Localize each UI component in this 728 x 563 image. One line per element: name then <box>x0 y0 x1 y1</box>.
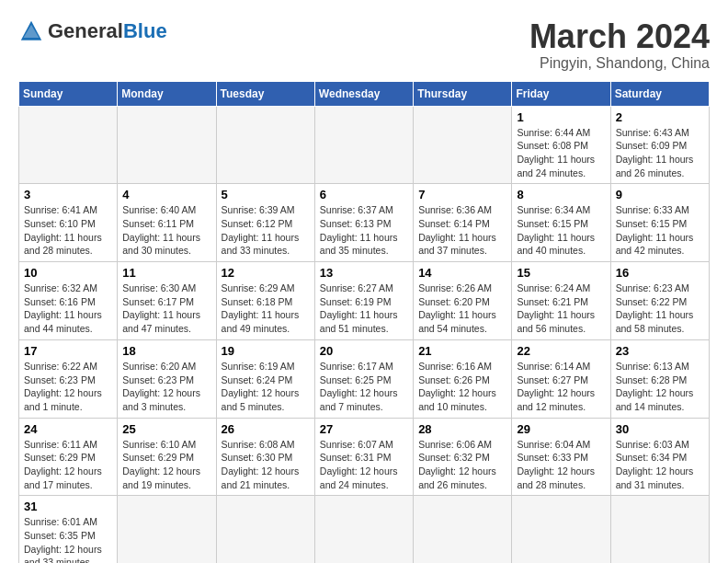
calendar-cell: 20 Sunrise: 6:17 AMSunset: 6:25 PMDaylig… <box>314 339 413 418</box>
calendar-cell <box>314 496 413 563</box>
calendar-cell: 16 Sunrise: 6:23 AMSunset: 6:22 PMDaylig… <box>610 262 709 340</box>
day-number: 23 <box>616 344 704 358</box>
calendar-cell: 24 Sunrise: 6:11 AMSunset: 6:29 PMDaylig… <box>19 418 118 496</box>
day-number: 2 <box>616 110 704 124</box>
day-info: Sunrise: 6:16 AMSunset: 6:26 PMDaylight:… <box>418 360 506 414</box>
calendar-header-row: Sunday Monday Tuesday Wednesday Thursday… <box>19 81 710 106</box>
day-number: 25 <box>122 422 210 436</box>
day-number: 13 <box>320 266 408 280</box>
day-info: Sunrise: 6:24 AMSunset: 6:21 PMDaylight:… <box>517 282 605 336</box>
calendar-cell: 23 Sunrise: 6:13 AMSunset: 6:28 PMDaylig… <box>610 339 709 418</box>
day-info: Sunrise: 6:14 AMSunset: 6:27 PMDaylight:… <box>517 360 605 414</box>
day-info: Sunrise: 6:08 AMSunset: 6:30 PMDaylight:… <box>222 438 310 492</box>
day-number: 24 <box>24 422 112 436</box>
day-info: Sunrise: 6:01 AMSunset: 6:35 PMDaylight:… <box>24 515 112 563</box>
day-number: 9 <box>616 188 704 201</box>
calendar-cell: 7 Sunrise: 6:36 AMSunset: 6:14 PMDayligh… <box>414 184 512 262</box>
day-info: Sunrise: 6:03 AMSunset: 6:34 PMDaylight:… <box>616 438 704 492</box>
day-number: 30 <box>616 422 704 436</box>
day-number: 5 <box>222 188 310 201</box>
day-number: 4 <box>122 188 210 201</box>
day-info: Sunrise: 6:11 AMSunset: 6:29 PMDaylight:… <box>24 438 112 492</box>
day-info: Sunrise: 6:36 AMSunset: 6:14 PMDaylight:… <box>418 203 506 258</box>
header-tuesday: Tuesday <box>216 81 314 106</box>
day-number: 27 <box>320 422 408 436</box>
day-info: Sunrise: 6:17 AMSunset: 6:25 PMDaylight:… <box>320 360 408 414</box>
day-info: Sunrise: 6:26 AMSunset: 6:20 PMDaylight:… <box>418 282 506 336</box>
day-number: 17 <box>24 344 112 358</box>
logo-text: GeneralBlue <box>48 21 167 41</box>
day-number: 22 <box>517 344 605 358</box>
calendar-cell: 17 Sunrise: 6:22 AMSunset: 6:23 PMDaylig… <box>19 339 118 418</box>
day-info: Sunrise: 6:32 AMSunset: 6:16 PMDaylight:… <box>24 282 112 336</box>
month-title: March 2024 <box>529 18 710 55</box>
day-info: Sunrise: 6:30 AMSunset: 6:17 PMDaylight:… <box>122 282 210 336</box>
day-number: 28 <box>418 422 506 436</box>
header-thursday: Thursday <box>414 81 512 106</box>
calendar-cell: 15 Sunrise: 6:24 AMSunset: 6:21 PMDaylig… <box>512 262 610 340</box>
day-number: 6 <box>320 188 408 201</box>
header-saturday: Saturday <box>610 81 709 106</box>
header-wednesday: Wednesday <box>314 81 413 106</box>
day-number: 3 <box>24 188 112 201</box>
day-number: 14 <box>418 266 506 280</box>
calendar-cell: 25 Sunrise: 6:10 AMSunset: 6:29 PMDaylig… <box>118 418 216 496</box>
calendar-cell: 27 Sunrise: 6:07 AMSunset: 6:31 PMDaylig… <box>314 418 413 496</box>
day-info: Sunrise: 6:44 AMSunset: 6:08 PMDaylight:… <box>517 126 605 180</box>
calendar-cell: 30 Sunrise: 6:03 AMSunset: 6:34 PMDaylig… <box>610 418 709 496</box>
calendar-cell: 14 Sunrise: 6:26 AMSunset: 6:20 PMDaylig… <box>414 262 512 340</box>
title-section: March 2024 Pingyin, Shandong, China <box>529 18 710 72</box>
day-info: Sunrise: 6:22 AMSunset: 6:23 PMDaylight:… <box>24 360 112 414</box>
calendar-cell <box>314 106 413 184</box>
calendar-cell <box>414 106 512 184</box>
logo-icon <box>18 18 44 44</box>
day-info: Sunrise: 6:04 AMSunset: 6:33 PMDaylight:… <box>517 438 605 492</box>
day-info: Sunrise: 6:41 AMSunset: 6:10 PMDaylight:… <box>24 203 112 258</box>
calendar-cell <box>512 496 610 563</box>
calendar-cell <box>216 496 314 563</box>
day-info: Sunrise: 6:27 AMSunset: 6:19 PMDaylight:… <box>320 282 408 336</box>
calendar-cell <box>118 106 216 184</box>
day-info: Sunrise: 6:34 AMSunset: 6:15 PMDaylight:… <box>517 203 605 258</box>
header-monday: Monday <box>118 81 216 106</box>
day-info: Sunrise: 6:20 AMSunset: 6:23 PMDaylight:… <box>122 360 210 414</box>
calendar-cell: 19 Sunrise: 6:19 AMSunset: 6:24 PMDaylig… <box>216 339 314 418</box>
header-sunday: Sunday <box>19 81 118 106</box>
day-info: Sunrise: 6:10 AMSunset: 6:29 PMDaylight:… <box>122 438 210 492</box>
header-friday: Friday <box>512 81 610 106</box>
day-number: 12 <box>222 266 310 280</box>
day-info: Sunrise: 6:40 AMSunset: 6:11 PMDaylight:… <box>122 203 210 258</box>
day-number: 19 <box>222 344 310 358</box>
calendar-cell: 28 Sunrise: 6:06 AMSunset: 6:32 PMDaylig… <box>414 418 512 496</box>
day-number: 20 <box>320 344 408 358</box>
calendar-cell: 11 Sunrise: 6:30 AMSunset: 6:17 PMDaylig… <box>118 262 216 340</box>
calendar-cell: 2 Sunrise: 6:43 AMSunset: 6:09 PMDayligh… <box>610 106 709 184</box>
location-subtitle: Pingyin, Shandong, China <box>529 55 710 72</box>
day-info: Sunrise: 6:07 AMSunset: 6:31 PMDaylight:… <box>320 438 408 492</box>
day-number: 18 <box>122 344 210 358</box>
calendar-cell: 18 Sunrise: 6:20 AMSunset: 6:23 PMDaylig… <box>118 339 216 418</box>
day-info: Sunrise: 6:29 AMSunset: 6:18 PMDaylight:… <box>222 282 310 336</box>
day-number: 16 <box>616 266 704 280</box>
day-info: Sunrise: 6:19 AMSunset: 6:24 PMDaylight:… <box>222 360 310 414</box>
day-number: 31 <box>24 500 112 513</box>
page-header: GeneralBlue March 2024 Pingyin, Shandong… <box>18 18 710 72</box>
calendar-cell: 1 Sunrise: 6:44 AMSunset: 6:08 PMDayligh… <box>512 106 610 184</box>
calendar-cell <box>19 106 118 184</box>
calendar-cell: 22 Sunrise: 6:14 AMSunset: 6:27 PMDaylig… <box>512 339 610 418</box>
day-number: 11 <box>122 266 210 280</box>
calendar-cell <box>610 496 709 563</box>
calendar-cell: 6 Sunrise: 6:37 AMSunset: 6:13 PMDayligh… <box>314 184 413 262</box>
calendar-cell: 21 Sunrise: 6:16 AMSunset: 6:26 PMDaylig… <box>414 339 512 418</box>
calendar-cell: 31 Sunrise: 6:01 AMSunset: 6:35 PMDaylig… <box>19 496 118 563</box>
calendar-cell: 4 Sunrise: 6:40 AMSunset: 6:11 PMDayligh… <box>118 184 216 262</box>
calendar-cell: 9 Sunrise: 6:33 AMSunset: 6:15 PMDayligh… <box>610 184 709 262</box>
calendar-cell: 10 Sunrise: 6:32 AMSunset: 6:16 PMDaylig… <box>19 262 118 340</box>
day-info: Sunrise: 6:13 AMSunset: 6:28 PMDaylight:… <box>616 360 704 414</box>
day-number: 8 <box>517 188 605 201</box>
calendar-cell: 13 Sunrise: 6:27 AMSunset: 6:19 PMDaylig… <box>314 262 413 340</box>
day-number: 29 <box>517 422 605 436</box>
calendar-cell: 5 Sunrise: 6:39 AMSunset: 6:12 PMDayligh… <box>216 184 314 262</box>
day-info: Sunrise: 6:37 AMSunset: 6:13 PMDaylight:… <box>320 203 408 258</box>
calendar-cell: 12 Sunrise: 6:29 AMSunset: 6:18 PMDaylig… <box>216 262 314 340</box>
